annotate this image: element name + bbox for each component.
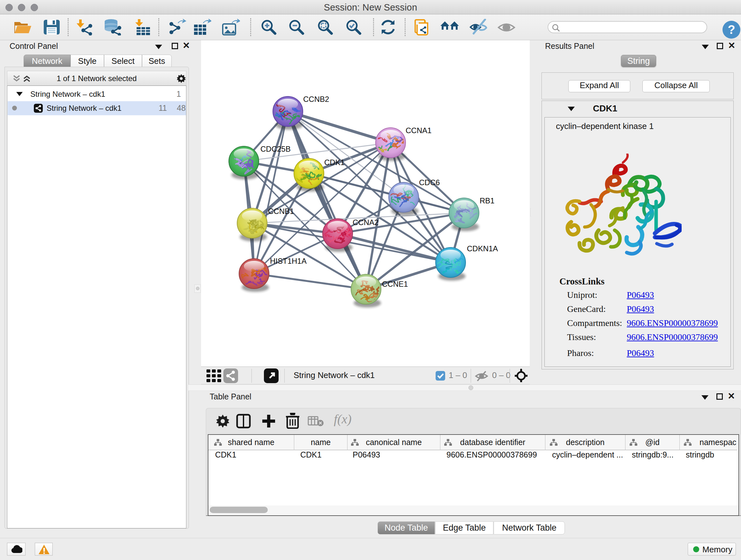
- svg-text:CDKN1A: CDKN1A: [467, 244, 498, 253]
- svg-text:CDK1: CDK1: [324, 158, 345, 167]
- svg-text:CCNA1: CCNA1: [406, 126, 431, 135]
- svg-text:CCNE1: CCNE1: [382, 280, 408, 288]
- svg-text:RB1: RB1: [480, 196, 495, 205]
- svg-text:CCNA2: CCNA2: [353, 218, 379, 227]
- svg-text:CDC6: CDC6: [419, 178, 440, 187]
- svg-text:CCNB1: CCNB1: [268, 207, 294, 215]
- svg-text:?: ?: [728, 23, 735, 37]
- svg-text:CDC25B: CDC25B: [260, 145, 291, 153]
- svg-text:HIST1H1A: HIST1H1A: [270, 257, 307, 265]
- svg-text:CCNB2: CCNB2: [303, 95, 329, 104]
